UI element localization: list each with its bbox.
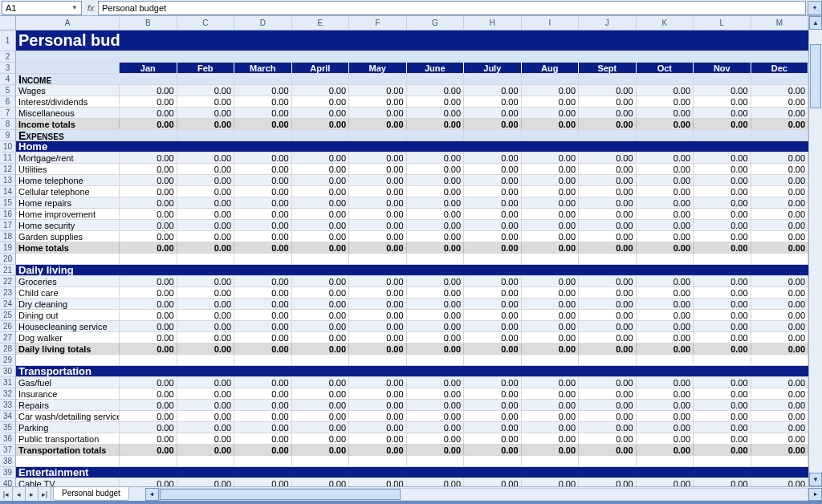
- cell[interactable]: 0.00: [751, 445, 808, 455]
- category-header[interactable]: Entertainment: [16, 467, 120, 478]
- cell[interactable]: 0.00: [177, 478, 235, 486]
- row-header[interactable]: 4: [0, 74, 15, 85]
- cell[interactable]: 0.00: [579, 108, 637, 118]
- cell[interactable]: [234, 456, 292, 466]
- cell[interactable]: 0.00: [579, 422, 637, 433]
- cell[interactable]: 0.00: [464, 299, 522, 309]
- sheet-area[interactable]: ABCDEFGHIJKLM Personal budgetJanFebMarch…: [16, 16, 808, 486]
- cell[interactable]: [751, 51, 808, 62]
- cell[interactable]: [694, 254, 751, 264]
- cell[interactable]: 0.00: [292, 152, 350, 163]
- cell[interactable]: 0.00: [177, 108, 235, 118]
- cell[interactable]: 0.00: [522, 377, 580, 388]
- cell[interactable]: [579, 265, 637, 275]
- month-header[interactable]: June: [407, 63, 465, 73]
- row-header[interactable]: 11: [0, 152, 15, 164]
- cell[interactable]: 0.00: [349, 152, 407, 163]
- cell[interactable]: [349, 74, 407, 84]
- cell[interactable]: 0.00: [751, 411, 808, 421]
- column-header[interactable]: D: [234, 16, 292, 30]
- horizontal-scrollbar[interactable]: ◂ ▸: [145, 487, 822, 501]
- cell[interactable]: [579, 467, 637, 478]
- cell[interactable]: 0.00: [349, 186, 407, 197]
- cell[interactable]: 0.00: [464, 343, 522, 354]
- cell[interactable]: 0.00: [120, 164, 177, 174]
- table-row[interactable]: Entertainment: [16, 467, 808, 478]
- cell[interactable]: 0.00: [292, 310, 350, 320]
- cell[interactable]: [177, 141, 235, 152]
- row-header[interactable]: 10: [0, 141, 15, 152]
- row-header[interactable]: 19: [0, 242, 15, 254]
- cell[interactable]: 0.00: [407, 242, 465, 253]
- cell[interactable]: [120, 366, 177, 376]
- cell[interactable]: 0.00: [464, 321, 522, 331]
- cell[interactable]: 0.00: [751, 186, 808, 197]
- category-header[interactable]: Transportation: [16, 366, 120, 376]
- cell[interactable]: 0.00: [579, 119, 637, 129]
- cell[interactable]: [751, 130, 808, 140]
- cell[interactable]: [177, 355, 235, 365]
- column-header[interactable]: E: [292, 16, 350, 30]
- cell[interactable]: [464, 141, 522, 152]
- cell[interactable]: [120, 456, 177, 466]
- cell[interactable]: 0.00: [120, 422, 177, 433]
- cell[interactable]: 0.00: [234, 119, 292, 129]
- cell[interactable]: 0.00: [234, 343, 292, 354]
- cell[interactable]: 0.00: [349, 119, 407, 129]
- cell[interactable]: 0.00: [407, 108, 465, 118]
- cell[interactable]: [751, 74, 808, 84]
- cell[interactable]: 0.00: [292, 388, 350, 399]
- totals-label[interactable]: Transportation totals: [16, 445, 120, 455]
- cell[interactable]: 0.00: [407, 400, 465, 410]
- table-row[interactable]: Home: [16, 141, 808, 152]
- cell[interactable]: 0.00: [464, 377, 522, 388]
- cell[interactable]: 0.00: [292, 186, 350, 197]
- table-row[interactable]: Utilities0.000.000.000.000.000.000.000.0…: [16, 164, 808, 175]
- cell[interactable]: 0.00: [694, 299, 751, 309]
- cell[interactable]: [349, 130, 407, 140]
- cell[interactable]: 0.00: [751, 96, 808, 107]
- cell[interactable]: 0.00: [349, 96, 407, 107]
- cell[interactable]: 0.00: [579, 186, 637, 197]
- cell[interactable]: 0.00: [234, 332, 292, 343]
- cell[interactable]: 0.00: [349, 400, 407, 410]
- table-row[interactable]: Cable TV0.000.000.000.000.000.000.000.00…: [16, 478, 808, 486]
- cell[interactable]: [579, 51, 637, 62]
- row-header[interactable]: 36: [0, 433, 15, 445]
- cell[interactable]: 0.00: [292, 377, 350, 388]
- row-header[interactable]: 35: [0, 422, 15, 433]
- cell[interactable]: 0.00: [751, 400, 808, 410]
- cell[interactable]: 0.00: [292, 332, 350, 343]
- table-row[interactable]: Car wash/detailing services0.000.000.000…: [16, 411, 808, 422]
- cell[interactable]: 0.00: [637, 478, 694, 486]
- cell[interactable]: 0.00: [694, 411, 751, 421]
- table-row[interactable]: [16, 456, 808, 467]
- cell[interactable]: [464, 456, 522, 466]
- cell[interactable]: 0.00: [522, 388, 580, 399]
- month-header[interactable]: May: [349, 63, 407, 73]
- cell[interactable]: 0.00: [694, 332, 751, 343]
- row-header[interactable]: 20: [0, 254, 15, 265]
- cell[interactable]: 0.00: [120, 276, 177, 287]
- cell[interactable]: 0.00: [751, 152, 808, 163]
- cell[interactable]: [292, 74, 350, 84]
- cell[interactable]: 0.00: [522, 96, 580, 107]
- cell[interactable]: 0.00: [637, 299, 694, 309]
- cell[interactable]: 0.00: [177, 186, 235, 197]
- cell[interactable]: 0.00: [579, 164, 637, 174]
- cell[interactable]: 0.00: [349, 197, 407, 208]
- cell[interactable]: 0.00: [522, 321, 580, 331]
- cell[interactable]: 0.00: [579, 411, 637, 421]
- cell[interactable]: [292, 456, 350, 466]
- cell[interactable]: [407, 74, 465, 84]
- cell[interactable]: 0.00: [407, 119, 465, 129]
- cell[interactable]: [120, 467, 177, 478]
- cell[interactable]: 0.00: [579, 343, 637, 354]
- row-header[interactable]: 23: [0, 287, 15, 299]
- row-header[interactable]: 38: [0, 456, 15, 467]
- cell[interactable]: [120, 51, 177, 62]
- cell[interactable]: 0.00: [637, 343, 694, 354]
- row-header[interactable]: 31: [0, 377, 15, 388]
- cell[interactable]: 0.00: [407, 310, 465, 320]
- cell[interactable]: 0.00: [292, 220, 350, 230]
